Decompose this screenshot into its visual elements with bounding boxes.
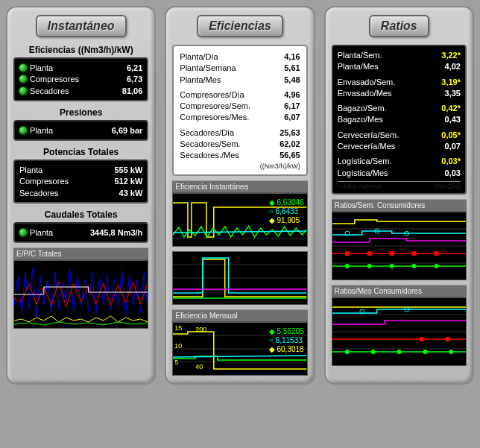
- section-presiones: Presiones: [13, 107, 148, 118]
- ratio-row: Planta/Mes4,02: [338, 61, 461, 72]
- svg-point-13: [411, 264, 416, 268]
- box-potencias: Planta 555 kW Compresores 512 kW Secador…: [13, 160, 148, 204]
- chart-eff-instantanea[interactable]: ◆ 6,63046 ○ 6,6433 ◆ 91,905: [172, 193, 307, 247]
- panel-eficiencias: Eficiencias Planta/Día4,16 Planta/Semana…: [165, 6, 315, 385]
- panel-ratios: Ratios Planta/Sem.3,22*Planta/Mes4,02Env…: [324, 6, 474, 385]
- svg-rect-16: [367, 251, 371, 256]
- ratio-row: Envasado/Sem.3,19*: [338, 77, 461, 87]
- panel-instantaneo: Instantáneo Eficiencias ((Nm3/h)/kW) Pla…: [6, 6, 156, 385]
- ratio-row: Cervecería/Mes0,07: [338, 141, 461, 151]
- svg-rect-17: [389, 251, 394, 256]
- led-icon: [19, 229, 27, 236]
- svg-point-26: [345, 350, 350, 354]
- svg-rect-32: [445, 337, 449, 341]
- svg-point-30: [449, 350, 453, 354]
- svg-rect-18: [411, 251, 416, 256]
- row-pot-planta: Planta 555 kW: [19, 165, 142, 175]
- chart-eff-mensual[interactable]: 15 10 5 200 40 ◆ 5,55205 ○ 6,11533 ◆ 60,…: [172, 322, 307, 376]
- box-presiones: Planta 6,69 bar: [13, 120, 148, 141]
- chart-ratios-sem[interactable]: [332, 212, 467, 280]
- panel-title-ratios[interactable]: Ratios: [369, 15, 429, 37]
- xtick: 40: [195, 363, 203, 370]
- led-icon: [19, 127, 27, 134]
- chart-label-epc: E/P/C Totales: [13, 247, 148, 260]
- led-icon: [19, 75, 27, 83]
- chart-label-eff-mensual: Eficiencia Mensual: [172, 309, 307, 322]
- footnote-unit: ((Nm3/h)/kW): [180, 163, 300, 170]
- led-icon: [19, 87, 27, 95]
- ratio-row: Logística/Mes0,03: [338, 168, 461, 178]
- svg-rect-31: [419, 337, 423, 341]
- row-cau-planta: Planta 3445,8 Nm3/h: [19, 227, 142, 238]
- footnote-unit: (Nm3/hl): [435, 183, 461, 190]
- panel-title-eficiencias[interactable]: Eficiencias: [197, 15, 283, 37]
- svg-point-14: [434, 264, 438, 268]
- row-pot-compresores: Compresores 512 kW: [19, 176, 142, 186]
- box-eficiencias-periodo: Planta/Día4,16 Planta/Semana5,61 Planta/…: [172, 45, 307, 176]
- row-eff-compresores: Compresores 6,73: [19, 74, 142, 84]
- chart-label-eff-inst: Eficiencia Instantánea: [172, 180, 307, 193]
- row-eff-secadores: Secadores 81,06: [19, 86, 142, 96]
- chart-label-ratios-mes: Ratios/Mes Consumidores: [332, 285, 467, 297]
- ytick: 5: [174, 359, 178, 366]
- section-potencias: Potencias Totales: [13, 147, 148, 157]
- svg-point-10: [345, 264, 350, 268]
- box-caudales: Planta 3445,8 Nm3/h: [13, 222, 148, 243]
- ratio-row: Logística/Sem.0,03*: [338, 156, 461, 166]
- chart-epc-totales[interactable]: [13, 260, 148, 329]
- chart-label-ratios-sem: Ratios/Sem. Consumidores: [332, 199, 467, 212]
- ratio-row: Bagazo/Mes0,43: [338, 114, 461, 124]
- svg-point-12: [389, 264, 394, 268]
- section-caudales: Caudales Totales: [13, 209, 148, 220]
- ratio-row: Planta/Sem.3,22*: [338, 50, 461, 60]
- ratio-row: Cervecería/Sem.0,05*: [338, 130, 461, 140]
- svg-rect-19: [434, 251, 438, 256]
- section-eficiencias-inst: Eficiencias ((Nm3/h)/kW): [13, 45, 148, 55]
- led-icon: [19, 64, 27, 72]
- xtick: 200: [195, 326, 206, 333]
- svg-point-27: [370, 350, 375, 354]
- ratio-row: Envasado/Mes3,35: [338, 88, 461, 98]
- box-ratios: Planta/Sem.3,22*Planta/Mes4,02Envasado/S…: [332, 45, 467, 195]
- panel-title-instantaneo[interactable]: Instantáneo: [36, 15, 127, 37]
- svg-point-28: [397, 350, 401, 354]
- chart-legend: ◆ 5,55205 ○ 6,11533 ◆ 60,3018: [269, 327, 304, 354]
- row-pot-secadores: Secadores 43 kW: [19, 188, 142, 198]
- row-pres-planta: Planta 6,69 bar: [19, 125, 142, 136]
- chart-legend: ◆ 6,63046 ○ 6,6433 ◆ 91,905: [269, 198, 304, 225]
- chart-ratios-mes[interactable]: [332, 297, 467, 366]
- row-eff-planta: Planta 6,21: [19, 63, 142, 73]
- chart-eff-mid[interactable]: [172, 251, 307, 305]
- ytick: 15: [174, 324, 182, 332]
- box-eficiencias-inst: Planta 6,21 Compresores 6,73 Secadores 8…: [13, 57, 148, 101]
- svg-point-11: [367, 264, 371, 268]
- svg-point-29: [423, 350, 427, 354]
- svg-rect-15: [345, 251, 350, 256]
- ytick: 10: [174, 342, 182, 350]
- ratio-row: Bagazo/Sem.0,42*: [338, 103, 461, 113]
- footnote-mes-anterior: *=Mes Anterior: [338, 183, 382, 190]
